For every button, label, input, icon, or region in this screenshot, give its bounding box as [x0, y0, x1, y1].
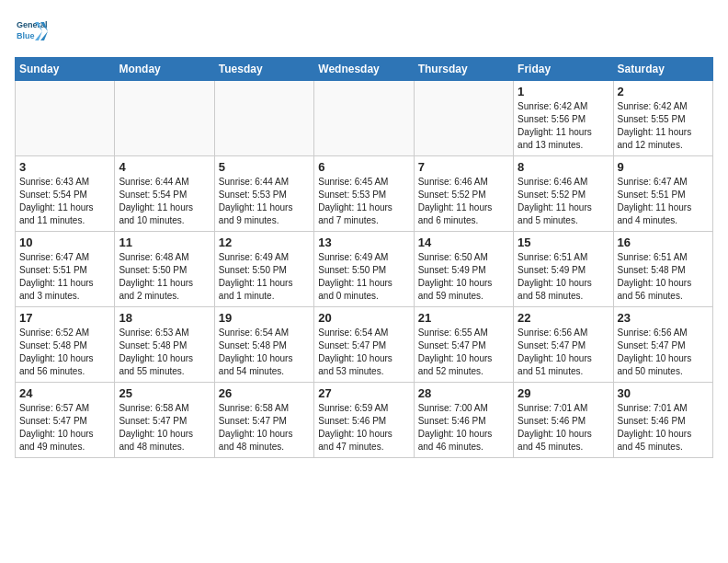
calendar-cell: 5Sunrise: 6:44 AM Sunset: 5:53 PM Daylig…: [214, 156, 313, 232]
weekday-header-saturday: Saturday: [613, 58, 712, 81]
svg-text:Blue: Blue: [17, 31, 35, 40]
day-number: 13: [318, 236, 409, 249]
week-row-4: 17Sunrise: 6:52 AM Sunset: 5:48 PM Dayli…: [16, 307, 713, 383]
calendar-cell: [115, 81, 214, 156]
day-info: Sunrise: 6:42 AM Sunset: 5:55 PM Dayligh…: [618, 100, 709, 152]
day-number: 28: [418, 386, 509, 400]
day-number: 12: [219, 236, 310, 249]
weekday-header-wednesday: Wednesday: [314, 58, 414, 81]
day-info: Sunrise: 6:58 AM Sunset: 5:47 PM Dayligh…: [119, 402, 210, 454]
calendar-cell: 22Sunrise: 6:56 AM Sunset: 5:47 PM Dayli…: [514, 307, 613, 383]
day-info: Sunrise: 6:47 AM Sunset: 5:51 PM Dayligh…: [19, 251, 110, 303]
day-number: 3: [19, 160, 110, 174]
calendar-cell: 3Sunrise: 6:43 AM Sunset: 5:54 PM Daylig…: [16, 156, 115, 232]
logo-icon: General Blue: [15, 15, 48, 48]
calendar-cell: 13Sunrise: 6:49 AM Sunset: 5:50 PM Dayli…: [314, 232, 414, 307]
day-info: Sunrise: 6:56 AM Sunset: 5:47 PM Dayligh…: [518, 327, 609, 378]
day-number: 21: [418, 311, 509, 325]
day-info: Sunrise: 6:43 AM Sunset: 5:54 PM Dayligh…: [19, 176, 110, 227]
weekday-header-thursday: Thursday: [414, 58, 513, 81]
day-number: 10: [19, 236, 110, 249]
day-info: Sunrise: 6:46 AM Sunset: 5:52 PM Dayligh…: [418, 176, 509, 227]
day-number: 16: [618, 236, 709, 249]
logo: General Blue: [15, 15, 48, 48]
calendar-cell: 10Sunrise: 6:47 AM Sunset: 5:51 PM Dayli…: [16, 232, 115, 307]
day-number: 14: [418, 236, 509, 249]
day-number: 9: [618, 160, 709, 174]
day-info: Sunrise: 6:44 AM Sunset: 5:53 PM Dayligh…: [219, 176, 310, 227]
day-info: Sunrise: 6:46 AM Sunset: 5:52 PM Dayligh…: [518, 176, 609, 227]
day-info: Sunrise: 6:58 AM Sunset: 5:47 PM Dayligh…: [219, 402, 310, 454]
calendar-cell: 8Sunrise: 6:46 AM Sunset: 5:52 PM Daylig…: [514, 156, 613, 232]
calendar-cell: 17Sunrise: 6:52 AM Sunset: 5:48 PM Dayli…: [16, 307, 115, 383]
day-info: Sunrise: 6:42 AM Sunset: 5:56 PM Dayligh…: [518, 100, 609, 152]
calendar-cell: [214, 81, 313, 156]
day-info: Sunrise: 6:44 AM Sunset: 5:54 PM Dayligh…: [119, 176, 210, 227]
calendar-cell: 18Sunrise: 6:53 AM Sunset: 5:48 PM Dayli…: [115, 307, 214, 383]
day-info: Sunrise: 6:51 AM Sunset: 5:48 PM Dayligh…: [618, 251, 709, 303]
week-row-2: 3Sunrise: 6:43 AM Sunset: 5:54 PM Daylig…: [16, 156, 713, 232]
day-info: Sunrise: 6:48 AM Sunset: 5:50 PM Dayligh…: [119, 251, 210, 303]
day-number: 29: [518, 386, 609, 400]
calendar-cell: 2Sunrise: 6:42 AM Sunset: 5:55 PM Daylig…: [613, 81, 712, 156]
calendar-cell: 12Sunrise: 6:49 AM Sunset: 5:50 PM Dayli…: [214, 232, 313, 307]
day-number: 20: [318, 311, 409, 325]
day-number: 5: [219, 160, 310, 174]
calendar-cell: 23Sunrise: 6:56 AM Sunset: 5:47 PM Dayli…: [613, 307, 712, 383]
calendar-cell: 15Sunrise: 6:51 AM Sunset: 5:49 PM Dayli…: [514, 232, 613, 307]
day-info: Sunrise: 6:50 AM Sunset: 5:49 PM Dayligh…: [418, 251, 509, 303]
day-number: 2: [618, 85, 709, 98]
day-info: Sunrise: 6:49 AM Sunset: 5:50 PM Dayligh…: [219, 251, 310, 303]
day-number: 26: [219, 386, 310, 400]
calendar-cell: 20Sunrise: 6:54 AM Sunset: 5:47 PM Dayli…: [314, 307, 414, 383]
day-info: Sunrise: 7:00 AM Sunset: 5:46 PM Dayligh…: [418, 402, 509, 454]
day-info: Sunrise: 7:01 AM Sunset: 5:46 PM Dayligh…: [518, 402, 609, 454]
calendar-table: SundayMondayTuesdayWednesdayThursdayFrid…: [15, 57, 713, 458]
day-number: 24: [19, 386, 110, 400]
calendar-cell: 16Sunrise: 6:51 AM Sunset: 5:48 PM Dayli…: [613, 232, 712, 307]
page-header: General Blue: [15, 15, 713, 48]
day-number: 25: [119, 386, 210, 400]
day-number: 11: [119, 236, 210, 249]
calendar-cell: 30Sunrise: 7:01 AM Sunset: 5:46 PM Dayli…: [613, 383, 712, 458]
weekday-header-tuesday: Tuesday: [214, 58, 313, 81]
day-number: 27: [318, 386, 409, 400]
day-info: Sunrise: 6:47 AM Sunset: 5:51 PM Dayligh…: [618, 176, 709, 227]
day-number: 8: [518, 160, 609, 174]
day-number: 4: [119, 160, 210, 174]
calendar-cell: 9Sunrise: 6:47 AM Sunset: 5:51 PM Daylig…: [613, 156, 712, 232]
day-info: Sunrise: 6:57 AM Sunset: 5:47 PM Dayligh…: [19, 402, 110, 454]
day-number: 7: [418, 160, 509, 174]
calendar-cell: 7Sunrise: 6:46 AM Sunset: 5:52 PM Daylig…: [414, 156, 513, 232]
day-number: 22: [518, 311, 609, 325]
day-number: 17: [19, 311, 110, 325]
day-info: Sunrise: 6:55 AM Sunset: 5:47 PM Dayligh…: [418, 327, 509, 378]
day-number: 6: [318, 160, 409, 174]
calendar-cell: [414, 81, 513, 156]
day-info: Sunrise: 6:54 AM Sunset: 5:48 PM Dayligh…: [219, 327, 310, 378]
day-info: Sunrise: 6:51 AM Sunset: 5:49 PM Dayligh…: [518, 251, 609, 303]
calendar-cell: 21Sunrise: 6:55 AM Sunset: 5:47 PM Dayli…: [414, 307, 513, 383]
day-info: Sunrise: 6:54 AM Sunset: 5:47 PM Dayligh…: [318, 327, 409, 378]
calendar-cell: [314, 81, 414, 156]
calendar-cell: 14Sunrise: 6:50 AM Sunset: 5:49 PM Dayli…: [414, 232, 513, 307]
weekday-header-friday: Friday: [514, 58, 613, 81]
calendar-cell: 19Sunrise: 6:54 AM Sunset: 5:48 PM Dayli…: [214, 307, 313, 383]
day-number: 1: [518, 85, 609, 98]
day-number: 15: [518, 236, 609, 249]
calendar-cell: 27Sunrise: 6:59 AM Sunset: 5:46 PM Dayli…: [314, 383, 414, 458]
day-number: 19: [219, 311, 310, 325]
calendar-cell: 24Sunrise: 6:57 AM Sunset: 5:47 PM Dayli…: [16, 383, 115, 458]
day-info: Sunrise: 6:49 AM Sunset: 5:50 PM Dayligh…: [318, 251, 409, 303]
calendar-cell: 28Sunrise: 7:00 AM Sunset: 5:46 PM Dayli…: [414, 383, 513, 458]
day-info: Sunrise: 6:56 AM Sunset: 5:47 PM Dayligh…: [618, 327, 709, 378]
calendar-cell: 4Sunrise: 6:44 AM Sunset: 5:54 PM Daylig…: [115, 156, 214, 232]
weekday-header-monday: Monday: [115, 58, 214, 81]
day-info: Sunrise: 6:52 AM Sunset: 5:48 PM Dayligh…: [19, 327, 110, 378]
day-number: 18: [119, 311, 210, 325]
day-number: 23: [618, 311, 709, 325]
calendar-cell: [16, 81, 115, 156]
day-info: Sunrise: 6:45 AM Sunset: 5:53 PM Dayligh…: [318, 176, 409, 227]
calendar-cell: 6Sunrise: 6:45 AM Sunset: 5:53 PM Daylig…: [314, 156, 414, 232]
calendar-cell: 26Sunrise: 6:58 AM Sunset: 5:47 PM Dayli…: [214, 383, 313, 458]
